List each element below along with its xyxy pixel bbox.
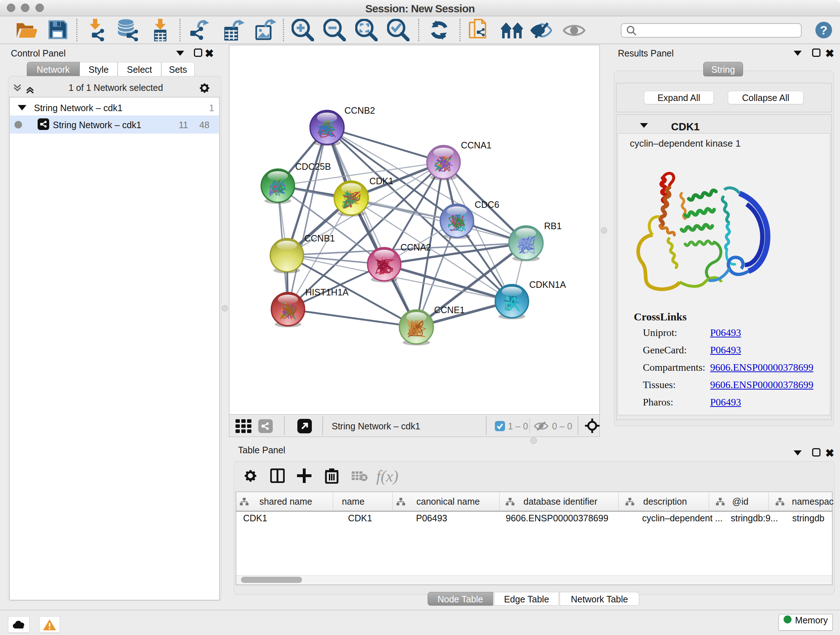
svg-text:CCNE1: CCNE1 [434, 305, 465, 315]
svg-text:CDC25B: CDC25B [295, 162, 331, 172]
svg-text:CCNA1: CCNA1 [461, 140, 492, 150]
svg-text:CCNB1: CCNB1 [304, 233, 335, 243]
svg-text:HIST1H1A: HIST1H1A [305, 287, 349, 297]
svg-text:CDK1: CDK1 [369, 176, 393, 186]
svg-text:CDC6: CDC6 [475, 200, 499, 210]
svg-text:CCNA2: CCNA2 [401, 242, 431, 252]
svg-text:RB1: RB1 [544, 221, 562, 231]
svg-text:CDKN1A: CDKN1A [529, 279, 566, 290]
svg-text:CCNB2: CCNB2 [344, 105, 375, 116]
